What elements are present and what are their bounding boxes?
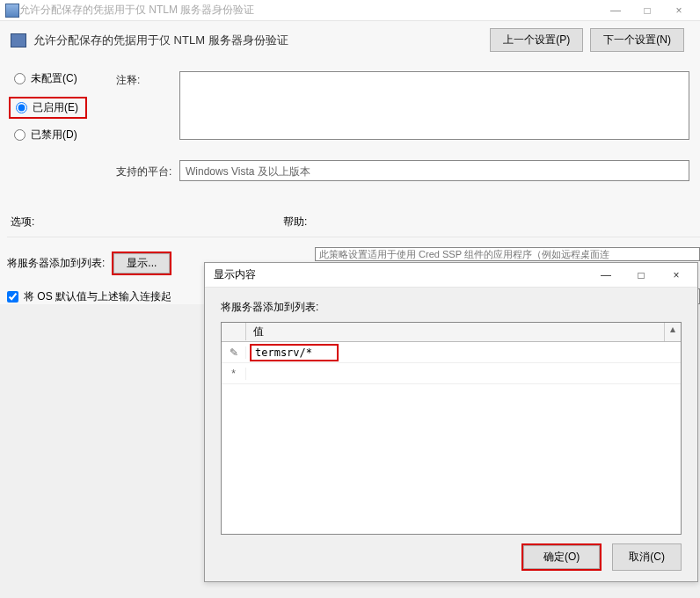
dialog-titlebar: 显示内容 — □ × <box>205 263 697 288</box>
radio-enabled[interactable]: 已启用(E) <box>12 100 78 115</box>
concat-defaults-label: 将 OS 默认值与上述输入连接起 <box>24 289 171 304</box>
radio-disabled[interactable]: 已禁用(D) <box>11 128 116 142</box>
dialog-add-server-label: 将服务器添加到列表: <box>221 300 682 315</box>
comment-label: 注释: <box>116 71 179 88</box>
radio-enabled-input[interactable] <box>16 102 27 113</box>
radio-disabled-label: 已禁用(D) <box>31 128 77 142</box>
add-server-label: 将服务器添加到列表: <box>7 256 105 271</box>
dialog-minimize-button[interactable]: — <box>588 269 623 281</box>
sub-header-title: 允许分配保存的凭据用于仅 NTLM 服务器身份验证 <box>33 33 490 48</box>
dialog-maximize-button[interactable]: □ <box>623 269 659 281</box>
grid-row[interactable]: * <box>222 363 681 384</box>
grid-scroll-up-icon[interactable]: ▴ <box>665 323 681 341</box>
parent-window-title: 允许分配保存的凭据用于仅 NTLM 服务器身份验证 <box>19 3 600 18</box>
parent-window-titlebar: 允许分配保存的凭据用于仅 NTLM 服务器身份验证 — □ × <box>0 0 700 21</box>
help-text-stub: 此策略设置适用于使用 Cred SSP 组件的应用程序（例如远程桌面连 <box>315 247 700 261</box>
grid-row-marker-new-icon: * <box>222 368 246 380</box>
grid-cell-value[interactable]: termsrv/* <box>250 344 339 361</box>
comment-textarea[interactable] <box>179 71 689 140</box>
supported-platform-label: 支持的平台: <box>116 163 179 179</box>
show-content-dialog: 显示内容 — □ × 将服务器添加到列表: 值 ▴ ✎ termsrv/* * <box>204 262 698 582</box>
radio-not-configured-label: 未配置(C) <box>31 71 77 86</box>
next-setting-button[interactable]: 下一个设置(N) <box>590 28 684 52</box>
dialog-title: 显示内容 <box>214 267 588 282</box>
options-label: 选项: <box>11 215 283 230</box>
concat-defaults-checkbox[interactable] <box>7 291 18 303</box>
radio-enabled-label: 已启用(E) <box>33 100 78 115</box>
dialog-ok-button[interactable]: 确定(O) <box>523 545 600 569</box>
supported-platform-value: Windows Vista 及以上版本 <box>179 160 689 181</box>
parent-close-button[interactable]: × <box>663 4 695 17</box>
grid-row-marker-edit-icon: ✎ <box>222 346 246 359</box>
show-button[interactable]: 显示... <box>113 253 170 273</box>
radio-not-configured-input[interactable] <box>14 73 26 84</box>
group-policy-icon <box>5 4 19 18</box>
radio-not-configured[interactable]: 未配置(C) <box>11 71 116 86</box>
grid-row[interactable]: ✎ termsrv/* <box>222 342 681 363</box>
grid-header-selector <box>222 323 246 340</box>
dialog-close-button[interactable]: × <box>659 269 694 281</box>
parent-minimize-button[interactable]: — <box>600 4 631 17</box>
parent-maximize-button[interactable]: □ <box>631 4 663 17</box>
grid-header-value[interactable]: 值 <box>246 323 665 341</box>
dialog-cancel-button[interactable]: 取消(C) <box>612 543 682 571</box>
sub-header-row: 允许分配保存的凭据用于仅 NTLM 服务器身份验证 上一个设置(P) 下一个设置… <box>0 21 700 68</box>
previous-setting-button[interactable]: 上一个设置(P) <box>490 28 583 52</box>
policy-icon <box>11 33 26 47</box>
help-label: 帮助: <box>283 215 307 230</box>
radio-disabled-input[interactable] <box>14 129 26 141</box>
value-grid[interactable]: 值 ▴ ✎ termsrv/* * <box>221 322 682 535</box>
